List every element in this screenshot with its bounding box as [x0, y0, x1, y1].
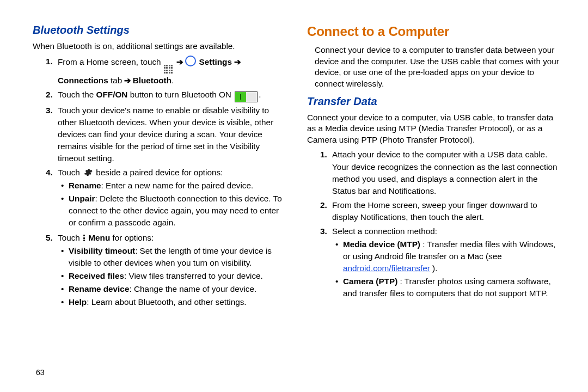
toggle-on-icon [235, 91, 258, 102]
step-4-sublist: Rename: Enter a new name for the paired … [58, 180, 287, 229]
transfer-intro: Connect your device to a computer, via U… [307, 112, 562, 146]
filetransfer-link[interactable]: android.com/filetransfer [343, 264, 430, 273]
step-1-text-a: From a Home screen, touch [58, 57, 163, 66]
label-bluetooth: Bluetooth [133, 76, 171, 85]
t-step-2: 2. From the Home screen, sweep your fing… [320, 199, 562, 223]
heading-connect-computer: Connect to a Computer [307, 24, 562, 39]
t-step-3: 3. Select a connection method: Media dev… [320, 225, 562, 299]
bluetooth-intro: When Bluetooth is on, additional setting… [33, 41, 287, 52]
label-connections: Connections [58, 76, 108, 85]
t-step-3-sublist: Media device (MTP) : Transfer media file… [332, 238, 562, 299]
gear-icon [83, 168, 93, 177]
step-1-text-d: tab [111, 76, 125, 85]
label-settings: Settings [199, 57, 232, 66]
method-ptp: Camera (PTP) : Transfer photos using cam… [335, 275, 562, 299]
menu-dots-icon [83, 234, 85, 242]
page-number: 63 [36, 368, 562, 377]
method-mtp: Media device (MTP) : Transfer media file… [335, 238, 562, 274]
arrow-icon: ➔ [176, 57, 185, 66]
heading-transfer-data: Transfer Data [307, 95, 562, 108]
transfer-steps: 1. Attach your device to the computer wi… [307, 149, 562, 299]
step-3-text: Touch your device's name to enable or di… [58, 106, 273, 163]
heading-bluetooth-settings: Bluetooth Settings [33, 24, 287, 36]
step-5-sublist: Visibility timeout: Set the length of ti… [58, 245, 287, 308]
bluetooth-steps: 1. From a Home screen, touch ➔ Settings … [33, 56, 287, 308]
connect-intro: Connect your device to a computer to tra… [315, 45, 562, 90]
arrow-icon-3: ➔ [124, 76, 132, 85]
step-1: 1. From a Home screen, touch ➔ Settings … [46, 56, 287, 87]
settings-ring-icon [185, 56, 196, 66]
t-step-1: 1. Attach your device to the computer wi… [320, 149, 562, 197]
left-column: Bluetooth Settings When Bluetooth is on,… [33, 24, 287, 365]
step-3: 3. Touch your device's name to enable or… [46, 105, 287, 164]
step-4: 4. Touch beside a paired device for opti… [46, 167, 287, 229]
step-2: 2. Touch the OFF/ON button to turn Bluet… [46, 89, 287, 102]
right-column: Connect to a Computer Connect your devic… [307, 24, 562, 365]
arrow-icon-2: ➔ [234, 57, 241, 66]
apps-grid-icon [164, 65, 174, 75]
step-5: 5. Touch Menu for options: Visibility ti… [46, 232, 287, 308]
